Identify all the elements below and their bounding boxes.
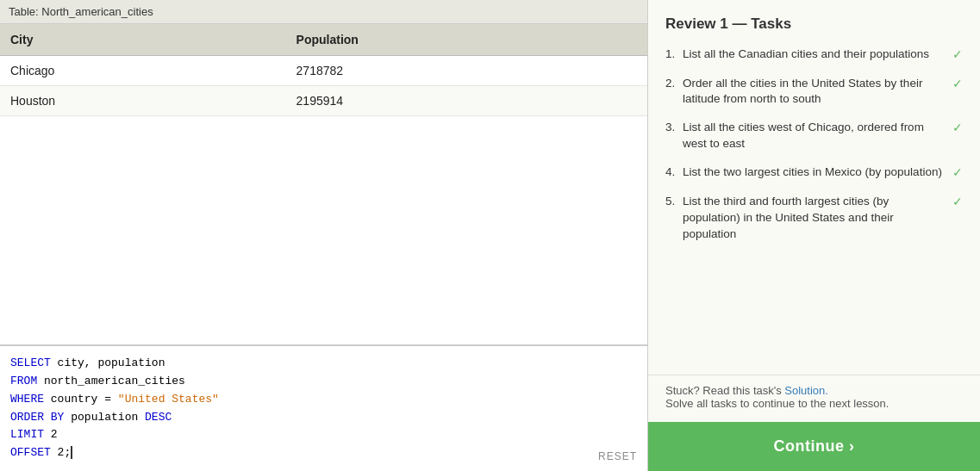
col-population: Population <box>286 24 647 56</box>
cell-population: 2195914 <box>286 86 647 116</box>
task-number: 1. <box>665 46 681 63</box>
task-item: 1.List all the Canadian cities and their… <box>665 46 963 64</box>
task-text: List the third and fourth largest cities… <box>683 194 948 243</box>
task-text: List all the Canadian cities and their p… <box>683 46 948 63</box>
solve-text: Solve all tasks to continue to the next … <box>665 397 889 410</box>
task-number: 3. <box>665 120 681 136</box>
sql-keyword: ORDER BY <box>10 411 64 424</box>
left-panel: Table: North_american_cities City Popula… <box>0 0 648 471</box>
task-item: 5.List the third and fourth largest citi… <box>665 194 963 243</box>
results-area: City Population Chicago2718782Houston219… <box>0 24 647 344</box>
solution-link[interactable]: Solution. <box>784 384 828 397</box>
stuck-section: Stuck? Read this task's Solution. Solve … <box>648 375 980 422</box>
task-number: 5. <box>665 194 681 210</box>
cell-city: Chicago <box>0 56 286 86</box>
sql-cursor <box>71 446 72 459</box>
task-checkmark: ✓ <box>952 120 963 137</box>
task-item: 3.List all the cities west of Chicago, o… <box>665 120 963 152</box>
table-row: Houston2195914 <box>0 86 647 116</box>
tasks-title: Review 1 — Tasks <box>665 15 963 33</box>
table-row: Chicago2718782 <box>0 56 647 86</box>
cell-city: Houston <box>0 86 286 116</box>
table-header-row: City Population <box>0 24 647 56</box>
sql-keyword: SELECT <box>10 356 51 369</box>
task-checkmark: ✓ <box>952 76 963 93</box>
sql-line: WHERE country = "United States" <box>10 391 637 409</box>
sql-keyword: OFFSET <box>10 446 51 459</box>
reset-button[interactable]: RESET <box>598 450 637 462</box>
sql-line: SELECT city, population <box>10 355 637 373</box>
sql-display: SELECT city, populationFROM north_americ… <box>10 355 637 462</box>
sql-line: ORDER BY population DESC <box>10 409 637 427</box>
continue-button[interactable]: Continue › <box>648 422 980 471</box>
sql-keyword: LIMIT <box>10 428 44 441</box>
table-label: Table: North_american_cities <box>0 0 647 24</box>
sql-line: OFFSET 2; <box>10 444 637 462</box>
stuck-text: Stuck? Read this task's <box>665 384 784 397</box>
right-panel: Review 1 — Tasks 1.List all the Canadian… <box>648 0 980 471</box>
col-city: City <box>0 24 286 56</box>
sql-editor[interactable]: SELECT city, populationFROM north_americ… <box>0 344 647 471</box>
sql-line: FROM north_american_cities <box>10 373 637 391</box>
sql-keyword: WHERE <box>10 393 44 406</box>
task-checkmark: ✓ <box>952 194 963 211</box>
task-number: 2. <box>665 76 681 92</box>
sql-line: LIMIT 2 <box>10 426 637 444</box>
results-table: City Population Chicago2718782Houston219… <box>0 24 647 116</box>
sql-keyword: DESC <box>145 411 172 424</box>
tasks-list: 1.List all the Canadian cities and their… <box>665 46 963 242</box>
task-text: List the two largest cities in Mexico (b… <box>683 164 948 181</box>
task-checkmark: ✓ <box>952 164 963 182</box>
task-checkmark: ✓ <box>952 46 963 64</box>
task-text: List all the cities west of Chicago, ord… <box>683 120 948 152</box>
sql-keyword: FROM <box>10 375 37 387</box>
tasks-section: Review 1 — Tasks 1.List all the Canadian… <box>648 0 980 375</box>
cell-population: 2718782 <box>286 56 647 86</box>
task-text: Order all the cities in the United State… <box>683 76 948 108</box>
task-item: 2.Order all the cities in the United Sta… <box>665 76 963 108</box>
sql-string: "United States" <box>118 393 219 406</box>
task-item: 4.List the two largest cities in Mexico … <box>665 164 963 182</box>
task-number: 4. <box>665 164 681 181</box>
